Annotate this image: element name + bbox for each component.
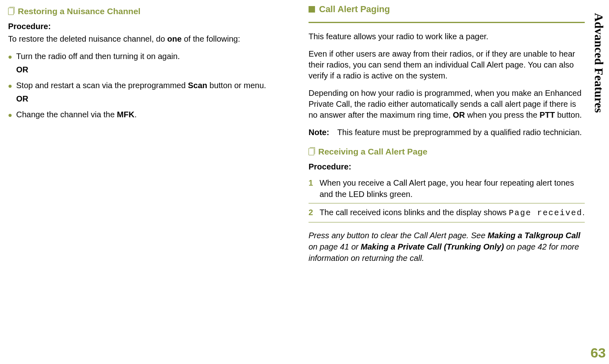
square-icon	[309, 6, 315, 13]
step2-pre: The call received icons blinks and the d…	[319, 208, 509, 217]
intro-pre: To restore the deleted nuisance channel,…	[8, 34, 167, 43]
page-number: 63	[590, 345, 606, 361]
or-separator: OR	[16, 93, 284, 104]
closing-a: Press any button to clear the Call Alert…	[309, 231, 488, 240]
bullet1-text: Turn the radio off and then turning it o…	[16, 52, 180, 61]
or-separator: OR	[16, 64, 284, 75]
step-number: 2	[309, 207, 313, 219]
closing-note: Press any button to clear the Call Alert…	[309, 230, 585, 264]
call-alert-heading: Call Alert Paging	[309, 4, 585, 15]
bullet3-pre: Change the channel via the	[16, 110, 117, 119]
note-block: Note: This feature must be preprogrammed…	[309, 127, 585, 138]
step2-wrap: The call received icons blinks and the d…	[319, 207, 585, 219]
bullet3-post: .	[134, 110, 137, 119]
bullet2-bold: Scan	[188, 81, 207, 90]
p3-b: when you press the	[465, 110, 540, 119]
right-column: Call Alert Paging This feature allows yo…	[304, 4, 589, 340]
list-item: Stop and restart a scan via the preprogr…	[16, 80, 284, 104]
bullet2-pre: Stop and restart a scan via the preprogr…	[16, 81, 188, 90]
step2-code: Page received	[509, 208, 582, 218]
paragraph-2: Even if other users are away from their …	[309, 49, 585, 81]
intro-bold: one	[167, 34, 182, 43]
side-chapter-label: Advanced Features	[592, 13, 606, 113]
p3-ptt: PTT	[539, 110, 555, 119]
closing-b2: Making a Private Call (Trunking Only)	[361, 242, 504, 251]
restoring-heading-text: Restoring a Nuisance Channel	[18, 6, 140, 16]
list-item: Turn the radio off and then turning it o…	[16, 51, 284, 75]
section-divider	[309, 22, 585, 23]
bullet3-bold: MFK	[117, 110, 134, 119]
restoring-heading: Restoring a Nuisance Channel	[8, 6, 284, 16]
note-label: Note:	[309, 127, 329, 138]
step-number: 1	[309, 177, 313, 200]
receiving-heading: Receiving a Call Alert Page	[309, 147, 585, 157]
left-column: Restoring a Nuisance Channel Procedure: …	[4, 4, 288, 340]
closing-b1: Making a Talkgroup Call	[488, 231, 580, 240]
procedure-label-left: Procedure:	[8, 22, 284, 31]
step2-post: .	[582, 208, 585, 217]
closing-c: on page 41 or	[309, 242, 361, 251]
procedure-label-right: Procedure:	[309, 162, 585, 171]
bullet2-post: button or menu.	[207, 81, 266, 90]
list-item: Change the channel via the MFK.	[16, 109, 284, 120]
book-icon	[309, 148, 314, 155]
restore-options: Turn the radio off and then turning it o…	[8, 51, 284, 120]
receiving-steps: 1 When you receive a Call Alert page, yo…	[309, 174, 585, 222]
step1-text: When you receive a Call Alert page, you …	[319, 177, 585, 200]
p3-c: button.	[555, 110, 582, 119]
note-text: This feature must be preprogrammed by a …	[337, 127, 582, 138]
book-icon	[8, 8, 14, 15]
restore-intro: To restore the deleted nuisance channel,…	[8, 34, 284, 44]
p3-or: OR	[453, 110, 465, 119]
list-item: 2 The call received icons blinks and the…	[309, 203, 585, 222]
paragraph-1: This feature allows your radio to work l…	[309, 31, 585, 42]
paragraph-3: Depending on how your radio is programme…	[309, 88, 585, 121]
intro-post: of the following:	[182, 34, 240, 43]
receiving-heading-text: Receiving a Call Alert Page	[318, 147, 427, 157]
call-alert-heading-text: Call Alert Paging	[319, 4, 390, 15]
list-item: 1 When you receive a Call Alert page, yo…	[309, 174, 585, 203]
